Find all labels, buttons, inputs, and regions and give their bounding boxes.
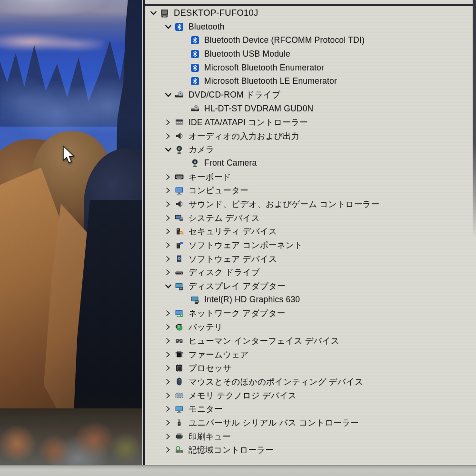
chevron-right-icon[interactable] (162, 418, 174, 427)
device-tree-row[interactable]: ユニバーサル シリアル バス コントローラー (145, 416, 472, 430)
chevron-placeholder (178, 36, 189, 45)
chevron-right-icon[interactable] (162, 131, 174, 141)
chevron-placeholder (178, 104, 189, 113)
device-label: セキュリティ デバイス (188, 226, 277, 237)
device-label: HL-DT-ST DVDRAM GUD0N (204, 104, 313, 114)
chevron-placeholder (178, 49, 189, 59)
wallpaper-ground-scrub (0, 408, 143, 466)
chevron-right-icon[interactable] (162, 391, 174, 400)
chevron-right-icon[interactable] (162, 118, 174, 127)
device-tree-row[interactable]: プロセッサ (145, 361, 472, 375)
device-label: キーボード (188, 171, 231, 183)
display-adapter-icon (174, 281, 185, 291)
device-tree-row[interactable]: ソフトウェア デバイス (145, 252, 472, 266)
device-label: システム デバイス (188, 212, 260, 224)
device-tree-row[interactable]: ファームウェア (145, 347, 472, 361)
device-tree-row[interactable]: ヒューマン インターフェイス デバイス (145, 334, 472, 348)
device-tree-row[interactable]: Bluetooth (145, 20, 472, 34)
device-tree-row[interactable]: DESKTOP-FUFO10J (145, 6, 472, 20)
computer-monitor-icon (174, 186, 185, 196)
device-tree-row[interactable]: Bluetooth Device (RFCOMM Protocol TDI) (145, 33, 472, 47)
chevron-down-icon[interactable] (162, 145, 174, 154)
chevron-right-icon[interactable] (162, 172, 174, 182)
device-tree[interactable]: DESKTOP-FUFO10JBluetoothBluetooth Device… (145, 6, 472, 466)
system-device-icon (174, 213, 185, 223)
printer-icon (174, 431, 185, 441)
device-label: カメラ (188, 144, 214, 155)
device-label: ヒューマン インターフェイス デバイス (188, 335, 339, 347)
monitor-icon (174, 404, 185, 414)
device-label: バッテリ (188, 321, 223, 333)
storage-controller-icon (174, 445, 185, 455)
chevron-right-icon[interactable] (162, 240, 174, 250)
chevron-right-icon[interactable] (162, 227, 174, 236)
device-label: Microsoft Bluetooth LE Enumerator (204, 76, 337, 86)
device-tree-row[interactable]: コンピューター (145, 184, 472, 198)
device-tree-row[interactable]: ネットワーク アダプター (145, 307, 472, 320)
chevron-right-icon[interactable] (162, 377, 174, 387)
wallpaper-pink-clouds (0, 30, 105, 54)
chevron-right-icon[interactable] (162, 350, 174, 359)
firmware-chip-icon (174, 349, 185, 359)
chevron-placeholder (178, 77, 189, 86)
device-label: メモリ テクノロジ デバイス (188, 390, 297, 401)
device-tree-row[interactable]: セキュリティ デバイス (145, 225, 472, 238)
device-tree-row[interactable]: オーディオの入力および出力 (145, 129, 472, 143)
display-adapter-icon (189, 295, 200, 305)
device-tree-row[interactable]: DVD/CD-ROM ドライブ (145, 88, 472, 102)
device-tree-row[interactable]: 記憶域コントローラー (145, 443, 472, 457)
chevron-right-icon[interactable] (162, 363, 174, 373)
chevron-down-icon[interactable] (162, 90, 174, 99)
chevron-right-icon[interactable] (162, 432, 174, 441)
device-tree-row[interactable]: モニター (145, 402, 472, 416)
device-tree-row[interactable]: サウンド、ビデオ、およびゲーム コントローラー (145, 198, 472, 211)
device-tree-row[interactable]: システム デバイス (145, 211, 472, 225)
disk-drive-icon (174, 268, 185, 278)
chevron-placeholder (178, 295, 189, 305)
device-tree-row[interactable]: Microsoft Bluetooth LE Enumerator (145, 74, 472, 88)
chevron-down-icon[interactable] (162, 22, 174, 31)
device-label: 印刷キュー (188, 431, 231, 442)
usb-plug-icon (174, 417, 185, 427)
device-tree-row[interactable]: マウスとそのほかのポインティング デバイス (145, 375, 472, 389)
chevron-placeholder (178, 63, 189, 72)
device-tree-row[interactable]: ディスプレイ アダプター (145, 279, 472, 293)
chevron-right-icon[interactable] (162, 268, 174, 277)
dvd-drive-icon (189, 104, 200, 114)
device-tree-row[interactable]: カメラ (145, 143, 472, 157)
device-tree-row[interactable]: Front Camera (145, 157, 472, 170)
device-tree-row[interactable]: Microsoft Bluetooth Enumerator (145, 61, 472, 75)
device-tree-row[interactable]: Bluetooth USB Module (145, 47, 472, 61)
device-tree-row[interactable]: メモリ テクノロジ デバイス (145, 388, 472, 402)
chevron-right-icon[interactable] (162, 186, 174, 195)
device-label: Microsoft Bluetooth Enumerator (204, 63, 324, 73)
device-tree-row[interactable]: IDE ATA/ATAPI コントローラー (145, 116, 472, 129)
device-label: Bluetooth USB Module (204, 49, 290, 59)
device-label: Bluetooth (188, 22, 225, 32)
device-tree-row[interactable]: HL-DT-ST DVDRAM GUD0N (145, 102, 472, 116)
device-label: コンピューター (188, 185, 248, 196)
chevron-right-icon[interactable] (162, 213, 174, 223)
device-tree-row[interactable]: 印刷キュー (145, 429, 472, 443)
device-label: Intel(R) HD Graphics 630 (204, 295, 300, 305)
device-label: IDE ATA/ATAPI コントローラー (188, 117, 308, 128)
chevron-right-icon[interactable] (162, 445, 174, 455)
chevron-down-icon[interactable] (148, 8, 159, 18)
device-tree-row[interactable]: バッテリ (145, 320, 472, 334)
software-device-icon (174, 254, 185, 264)
chevron-right-icon[interactable] (162, 308, 174, 318)
chevron-down-icon[interactable] (162, 281, 174, 291)
chevron-right-icon[interactable] (162, 199, 174, 209)
device-tree-row[interactable]: ソフトウェア コンポーネント (145, 238, 472, 252)
device-tree-row[interactable]: ディスク ドライブ (145, 266, 472, 279)
chevron-right-icon[interactable] (162, 336, 174, 346)
device-label: DESKTOP-FUFO10J (174, 8, 258, 18)
audio-speaker-icon (174, 199, 185, 209)
chevron-right-icon[interactable] (162, 404, 174, 414)
device-tree-row[interactable]: キーボード (145, 170, 472, 184)
device-label: DVD/CD-ROM ドライブ (188, 89, 280, 100)
chevron-right-icon[interactable] (162, 322, 174, 332)
chevron-right-icon[interactable] (162, 254, 174, 264)
device-tree-row[interactable]: Intel(R) HD Graphics 630 (145, 293, 472, 307)
mouse-cursor-icon (62, 146, 75, 166)
